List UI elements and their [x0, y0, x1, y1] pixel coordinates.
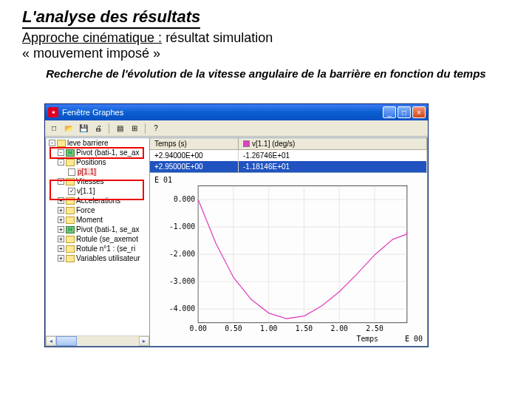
table-row[interactable]: +2.94000E+00 -1.26746E+01 — [150, 150, 427, 161]
folder-icon — [66, 255, 75, 262]
palette-icon[interactable]: ▤ — [114, 123, 126, 134]
folder-icon — [66, 159, 75, 166]
x-axis-label: Temps — [357, 335, 378, 343]
joint-icon: H — [66, 226, 75, 233]
data-grid[interactable]: Temps (s) v[1.1] (deg/s) +2.94000E+00 -1… — [150, 138, 427, 173]
plot-svg: 0.000 -1.000 -2.000 -3.000 -4.000 0.00 0… — [150, 173, 427, 346]
save-icon[interactable]: 💾 — [78, 123, 89, 134]
horizontal-scrollbar[interactable]: ◄ ► — [46, 335, 149, 346]
plot-area[interactable]: E 01 — [150, 173, 427, 346]
cell-value: -1.18146E+01 — [239, 161, 427, 172]
maximize-button[interactable]: □ — [398, 106, 411, 118]
checkbox-icon[interactable] — [68, 168, 75, 176]
titlebar[interactable]: ✶ Fenêtre Graphes _ □ × — [45, 104, 428, 120]
tree-item[interactable]: +Rotule (se_axemot — [46, 234, 149, 244]
right-pane: Temps (s) v[1.1] (deg/s) +2.94000E+00 -1… — [150, 137, 428, 347]
scroll-left-icon[interactable]: ◄ — [46, 336, 56, 346]
y-tick: -2.000 — [169, 250, 195, 258]
help-icon[interactable]: ? — [150, 123, 162, 134]
highlight-box — [50, 180, 144, 200]
tree-item[interactable]: +Rotule n°1 : (se_ri — [46, 244, 149, 253]
print-icon[interactable]: 🖨 — [92, 123, 104, 134]
separator — [145, 123, 146, 134]
y-tick: -1.000 — [169, 222, 195, 231]
tree-item[interactable]: +Variables utilisateur — [46, 253, 149, 263]
x-tick: 0.50 — [225, 325, 242, 333]
x-axis-unit: E 00 — [405, 335, 423, 343]
y-tick: 0.000 — [174, 195, 195, 203]
column-header-series[interactable]: v[1.1] (deg/s) — [239, 138, 427, 150]
app-icon: ✶ — [48, 107, 58, 117]
separator — [109, 123, 109, 134]
table-row-selected[interactable]: +2.95000E+00 -1.18146E+01 — [150, 161, 427, 172]
window-title: Fenêtre Graphes — [62, 108, 383, 117]
new-icon[interactable]: □ — [48, 123, 60, 134]
x-tick: 1.50 — [296, 325, 313, 333]
folder-icon — [66, 216, 75, 224]
tree-item[interactable]: +Moment — [46, 215, 149, 225]
cell-time: +2.95000E+00 — [150, 161, 239, 172]
caption: Recherche de l'évolution de la vitesse a… — [22, 67, 510, 80]
folder-icon — [66, 207, 75, 214]
folder-icon — [66, 236, 75, 243]
cell-time: +2.94000E+00 — [150, 150, 239, 161]
subtitle-rest: résultat simulation — [162, 30, 273, 45]
subtitle-line2: « mouvement imposé » — [22, 46, 510, 61]
tree-panel[interactable]: -leve barriere -HPivot (bati-1, se_ax -P… — [45, 137, 150, 347]
graph-window: ✶ Fenêtre Graphes _ □ × □ 📂 💾 🖨 ▤ ⊞ ? -l… — [44, 103, 429, 347]
close-button[interactable]: × — [412, 106, 426, 118]
tree-leaf[interactable]: p[1.1] — [46, 167, 149, 177]
x-tick: 0.00 — [189, 325, 207, 333]
open-icon[interactable]: 📂 — [63, 123, 75, 134]
scroll-right-icon[interactable]: ► — [139, 336, 149, 346]
toolbar: □ 📂 💾 🖨 ▤ ⊞ ? — [45, 120, 428, 137]
column-header-time[interactable]: Temps (s) — [150, 138, 239, 150]
tree-item[interactable]: +Force — [46, 205, 149, 215]
scroll-thumb[interactable] — [56, 336, 77, 346]
tree-item[interactable]: +HPivot (bati-1, se_ax — [46, 225, 149, 234]
page-title: L'analyse des résultats — [22, 7, 200, 29]
folder-icon — [57, 140, 66, 147]
highlight-box — [50, 147, 144, 159]
subtitle-underlined: Approche cinématique : — [22, 30, 162, 45]
series-color-icon — [243, 140, 250, 147]
folder-icon — [66, 245, 75, 253]
x-tick: 2.50 — [366, 325, 383, 333]
y-tick: -3.000 — [169, 277, 195, 285]
x-tick: 2.00 — [330, 325, 348, 333]
minimize-button[interactable]: _ — [383, 106, 396, 118]
x-tick: 1.00 — [260, 325, 278, 333]
cell-value: -1.26746E+01 — [239, 150, 427, 161]
targets-icon[interactable]: ⊞ — [129, 123, 140, 134]
y-tick: -4.000 — [169, 304, 195, 313]
